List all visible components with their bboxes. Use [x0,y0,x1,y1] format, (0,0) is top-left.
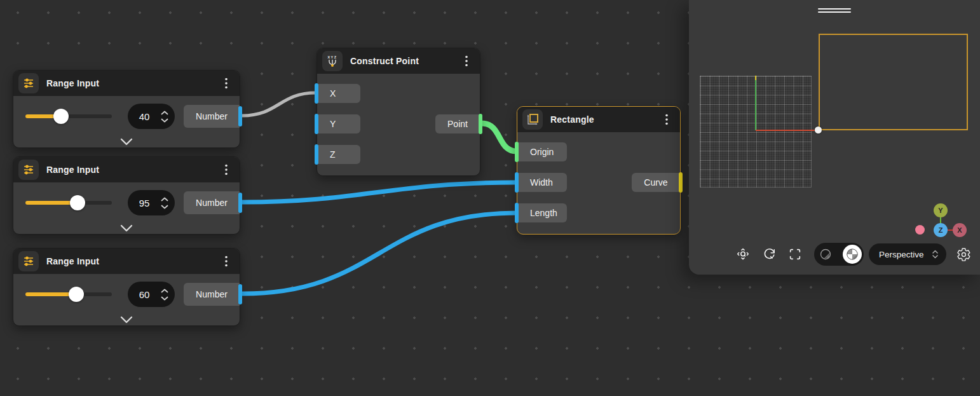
y-axis-line [755,80,756,130]
slider-track[interactable] [25,114,112,118]
node-menu-icon[interactable] [461,55,472,67]
node-menu-icon[interactable] [221,163,232,176]
camera-mode-value: Perspective [879,250,924,259]
expand-chevron-icon[interactable] [119,315,133,324]
viewport-toolbar: Perspective [736,243,971,266]
slider-thumb[interactable] [53,109,69,124]
pan-tool-icon[interactable] [736,247,750,261]
gizmo-x-axis[interactable]: X [953,223,967,237]
slider-thumb[interactable] [69,287,84,302]
node-title: Rectangle [550,114,661,125]
socket-y[interactable] [315,114,318,134]
value-stepper[interactable]: 40 [128,104,175,129]
stepper-down-icon[interactable] [161,296,168,301]
node-title: Range Input [46,165,221,175]
slider-thumb[interactable] [70,195,85,210]
socket-number[interactable] [238,284,242,304]
range-slider[interactable] [25,199,112,207]
expand-chevron-icon[interactable] [119,137,133,146]
wire-number-to-length[interactable] [242,213,517,294]
output-label: Number [196,111,228,121]
socket-length[interactable] [515,203,519,223]
rectangle-geometry-preview [819,34,968,130]
gizmo-z-axis[interactable]: Z [934,223,948,237]
range-slider[interactable] [25,113,112,120]
node-menu-icon[interactable] [221,255,232,268]
node-title: Construct Point [350,56,461,66]
gizmo-negative-x-axis[interactable] [915,225,925,235]
output-socket-number[interactable]: Number [184,191,240,214]
input-socket-origin[interactable]: Origin [517,142,567,161]
stepper-down-icon[interactable] [161,118,168,123]
output-label: Curve [644,177,667,188]
range-input-icon [18,251,39,271]
value-stepper[interactable]: 60 [128,282,175,307]
output-label: Number [196,198,228,208]
zoom-reset-icon[interactable] [762,247,776,261]
input-socket-length[interactable]: Length [517,203,567,222]
camera-mode-dropdown[interactable]: Perspective [869,243,946,265]
gizmo-y-axis[interactable]: Y [934,203,948,217]
range-input-icon [18,73,39,93]
node-header[interactable]: Rectangle [517,107,680,132]
node-range-input-3[interactable]: Range Input 60 Number [13,248,240,326]
node-menu-icon[interactable] [661,113,672,126]
axis-y-tip [755,76,756,80]
input-socket-y[interactable]: Y [317,114,360,133]
output-label: Number [196,289,228,299]
node-header[interactable]: Range Input [13,157,240,182]
socket-origin[interactable] [515,142,519,162]
output-socket-number[interactable]: Number [184,283,240,306]
node-editor-canvas[interactable]: { "colors": { "accent": "#f0b429", "sele… [0,0,980,396]
expand-chevron-icon[interactable] [119,224,133,233]
frame-fit-icon[interactable] [788,247,802,261]
node-range-input-1[interactable]: Range Input 40 Number [13,70,240,148]
value-display[interactable]: 60 [128,289,161,300]
node-menu-icon[interactable] [221,77,232,90]
slider-track[interactable] [25,201,112,205]
range-input-icon [18,160,39,180]
panel-drag-handle[interactable] [818,6,851,15]
input-label: Y [330,119,336,129]
wire-point-to-origin[interactable] [482,123,517,151]
socket-number[interactable] [238,193,242,213]
input-socket-width[interactable]: Width [517,173,567,192]
shaded-mode-button[interactable] [843,245,862,264]
viewport-panel: Y Z X [689,0,980,275]
wire-number-to-width[interactable] [242,182,517,202]
range-slider[interactable] [25,290,112,298]
socket-z[interactable] [315,144,318,165]
input-label: Length [530,208,557,218]
stepper-up-icon[interactable] [161,289,168,293]
input-label: X [330,88,336,99]
input-label: Origin [530,147,554,157]
output-socket-curve[interactable]: Curve [632,173,680,192]
value-display[interactable]: 95 [128,198,161,208]
orientation-gizmo[interactable]: Y Z X [911,200,972,240]
stepper-down-icon[interactable] [161,205,168,209]
node-header[interactable]: XYZ Construct Point [317,48,480,74]
node-range-input-2[interactable]: Range Input 95 Number [13,156,240,235]
socket-curve[interactable] [679,172,683,193]
stepper-up-icon[interactable] [161,111,168,115]
socket-x[interactable] [315,83,318,104]
node-construct-point[interactable]: XYZ Construct Point X Y Z Point [316,48,480,176]
wire-number-to-x[interactable] [242,93,316,116]
stepper-up-icon[interactable] [161,197,168,201]
input-socket-x[interactable]: X [317,84,360,103]
node-header[interactable]: Range Input [13,71,240,96]
input-label: Width [530,177,553,188]
value-display[interactable]: 40 [128,111,161,122]
svg-text:XYZ: XYZ [327,55,337,59]
output-socket-number[interactable]: Number [184,105,240,128]
value-stepper[interactable]: 95 [128,190,175,215]
input-socket-z[interactable]: Z [317,145,360,164]
wireframe-mode-button[interactable] [816,245,835,264]
node-header[interactable]: Range Input [13,249,240,274]
output-socket-point[interactable]: Point [435,114,480,133]
socket-point[interactable] [479,114,482,134]
viewport-settings-icon[interactable] [956,247,971,262]
node-rectangle[interactable]: Rectangle Origin Width Length Curve [517,106,681,235]
socket-number[interactable] [238,106,242,126]
socket-width[interactable] [515,172,519,193]
